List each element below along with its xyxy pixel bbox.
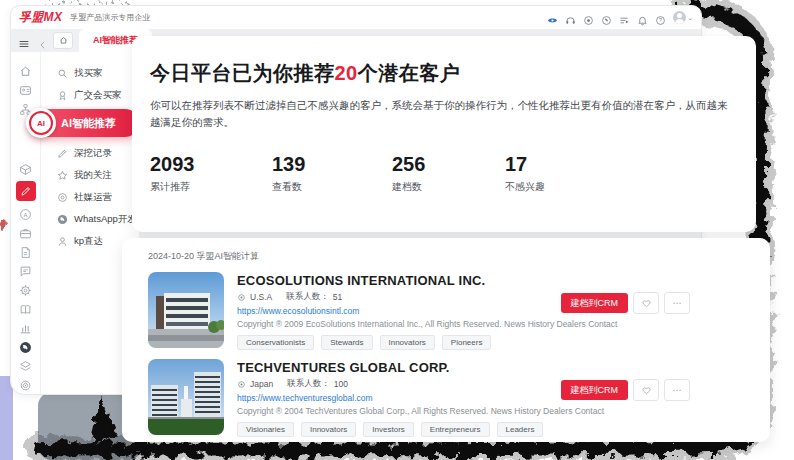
social-circle-icon <box>57 192 68 203</box>
stat-value: 2093 <box>150 153 272 176</box>
favorite-heart-button[interactable] <box>633 379 659 401</box>
parcel-icon[interactable] <box>19 162 32 175</box>
star-icon <box>57 170 68 181</box>
user-menu[interactable]: ⌄ <box>673 11 693 24</box>
tag: Innovators <box>301 422 356 437</box>
sidebar-item-social-media[interactable]: 社媒运营 <box>41 186 139 208</box>
stat-filed: 256 建档数 <box>392 153 505 194</box>
page-description: 你可以在推荐列表不断过滤掉自己不感兴趣的客户，系统会基于你的操作行为，个性化推荐… <box>150 97 728 131</box>
company-tags: Conservationists Stewards Innovators Pio… <box>237 335 617 350</box>
stats-row: 2093 累计推荐 139 查看数 256 建档数 17 不感兴趣 <box>150 153 728 194</box>
bell-icon[interactable] <box>637 12 648 23</box>
tag: Investors <box>363 422 413 437</box>
stat-total-recommended: 2093 累计推荐 <box>150 153 272 194</box>
sidebar-item-label: 社媒运营 <box>74 191 112 204</box>
recommendation-list-card: 2024-10-20 孚盟AI智能计算 ECOSOLUTIONS INTERNA… <box>122 238 770 442</box>
sidebar-item-label: WhatsApp开发 <box>74 213 137 226</box>
company-row: ECOSOLUTIONS INTERNATIONAL INC. U.S.A 联系… <box>148 272 754 350</box>
contacts-label: 联系人数： <box>287 378 330 390</box>
more-button[interactable]: ⋯ <box>664 292 690 314</box>
help-icon[interactable] <box>655 12 666 23</box>
sidebar-item-canton-fair-buyers[interactable]: 广交会买家 <box>41 84 139 106</box>
ai-head-icon: AI <box>26 108 56 138</box>
helm-icon[interactable] <box>19 283 32 296</box>
company-copyright: Copyright ® 2009 EcoSolutions Internatio… <box>237 319 617 329</box>
company-thumbnail <box>148 272 224 348</box>
record-icon[interactable] <box>583 12 594 23</box>
whatsapp-icon[interactable] <box>19 340 32 353</box>
contacts-label: 联系人数： <box>286 291 329 303</box>
tag: Entrepreneurs <box>421 422 490 437</box>
stat-label: 累计推荐 <box>150 180 272 194</box>
sidebar-item-dig-records[interactable]: 深挖记录 <box>41 142 139 164</box>
whatsapp-icon <box>57 214 68 225</box>
company-meta: Japan 联系人数： 100 <box>237 378 604 390</box>
sidebar-item-whatsapp-dev[interactable]: WhatsApp开发 <box>41 208 139 230</box>
target-icon[interactable] <box>19 378 32 391</box>
sidebar-item-label: 找买家 <box>74 67 103 80</box>
stat-label: 查看数 <box>272 180 392 194</box>
stat-viewed: 139 查看数 <box>272 153 392 194</box>
company-country: Japan <box>250 379 273 389</box>
back-chevron-icon[interactable] <box>38 36 48 46</box>
company-name: TECHVENTURES GLOBAL CORP. <box>237 360 604 375</box>
company-website-link[interactable]: https://www.techventuresglobal.com <box>237 393 604 403</box>
company-country: U.S.A <box>250 292 272 302</box>
company-info: TECHVENTURES GLOBAL CORP. Japan 联系人数： 10… <box>237 359 604 437</box>
sidebar-item-ai-recommend-active[interactable]: AI AI智能推荐 <box>27 109 139 137</box>
home-icon[interactable] <box>19 64 32 77</box>
org-name-label: 孚盟产品演示专用企业 <box>70 12 150 23</box>
sidebar-item-find-buyers[interactable]: 找买家 <box>41 62 139 84</box>
phone-icon[interactable] <box>601 12 612 23</box>
sidebar-item-label: 深挖记录 <box>74 147 112 160</box>
bar-chart-icon[interactable] <box>19 321 32 334</box>
company-name: ECOSOLUTIONS INTERNATIONAL INC. <box>237 273 617 288</box>
row-actions: 建档到CRM ⋯ <box>561 379 691 401</box>
tag: Innovators <box>380 335 435 350</box>
task-list-icon[interactable] <box>619 12 630 23</box>
contacts-value: 51 <box>333 292 342 302</box>
sidebar-item-my-follows[interactable]: 我的关注 <box>41 164 139 186</box>
title-suffix: 个潜在客户 <box>358 62 461 84</box>
stat-not-interested: 17 不感兴趣 <box>505 153 545 194</box>
document-icon[interactable] <box>19 245 32 258</box>
chevron-down-icon: ⌄ <box>687 14 693 22</box>
tag: Leaders <box>497 422 544 437</box>
file-to-crm-button[interactable]: 建档到CRM <box>561 293 629 313</box>
menu-icon[interactable] <box>18 36 30 46</box>
titlebar-icons: ⌄ <box>547 11 693 24</box>
stat-label: 不感兴趣 <box>505 180 545 194</box>
stat-value: 139 <box>272 153 392 176</box>
title-prefix: 今日平台已为你推荐 <box>150 62 335 84</box>
headset-icon[interactable] <box>565 12 576 23</box>
tag: Stewards <box>321 335 372 350</box>
icon-rail <box>11 52 41 394</box>
contact-card-icon[interactable] <box>19 83 32 96</box>
brand-logo: 孚盟MX <box>19 9 62 26</box>
favorite-heart-button[interactable] <box>633 292 659 314</box>
sidebar-item-label: 我的关注 <box>74 169 112 182</box>
stat-label: 建档数 <box>392 180 505 194</box>
briefcase-icon[interactable] <box>19 226 32 239</box>
eye-icon[interactable] <box>547 12 558 23</box>
contacts-value: 100 <box>334 379 348 389</box>
sidebar-item-label: AI智能推荐 <box>61 116 116 131</box>
circle-a-icon[interactable] <box>19 207 32 220</box>
file-to-crm-button[interactable]: 建档到CRM <box>561 380 629 400</box>
stat-value: 256 <box>392 153 505 176</box>
location-icon <box>237 293 246 302</box>
medal-icon <box>57 90 68 101</box>
stat-value: 17 <box>505 153 545 176</box>
layers-icon[interactable] <box>19 359 32 372</box>
row-actions: 建档到CRM ⋯ <box>561 292 691 314</box>
more-button[interactable]: ⋯ <box>664 379 690 401</box>
chat-icon[interactable] <box>19 264 32 277</box>
home-tab-button[interactable] <box>53 32 73 49</box>
tag: Visionaries <box>237 422 294 437</box>
sidebar-item-label: 广交会买家 <box>74 89 122 102</box>
title-bar: 孚盟MX 孚盟产品演示专用企业 ⌄ <box>11 6 701 30</box>
notebook-icon[interactable] <box>19 302 32 315</box>
active-module-icon[interactable] <box>16 181 36 201</box>
company-thumbnail <box>148 359 224 435</box>
sidebar-item-label: kp直达 <box>74 235 103 248</box>
